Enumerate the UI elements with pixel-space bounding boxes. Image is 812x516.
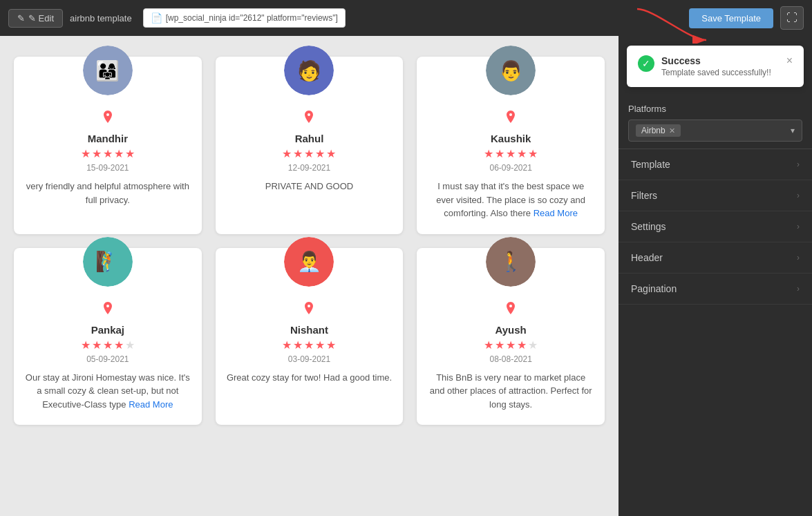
edit-label: ✎ Edit	[28, 13, 54, 23]
reviewer-name: Mandhir	[88, 133, 128, 144]
star-filled-icon: ★	[506, 147, 516, 160]
edit-icon: ✎	[17, 13, 25, 23]
review-text: I must say that it's the best space we e…	[428, 180, 594, 220]
platform-tag: Airbnb ✕	[636, 124, 681, 137]
reviewer-name: Rahul	[295, 133, 324, 144]
star-rating: ★★★★★	[282, 147, 336, 160]
review-date: 15-09-2021	[86, 163, 129, 173]
airbnb-logo-icon	[502, 300, 519, 321]
star-filled-icon: ★	[81, 338, 91, 352]
review-card: 🧑Rahul★★★★★12-09-2021PRIVATE AND GOOD	[216, 57, 404, 234]
read-more-link[interactable]: Read More	[534, 208, 578, 218]
review-date: 08-08-2021	[489, 354, 531, 364]
star-filled-icon: ★	[282, 338, 292, 352]
star-filled-icon: ★	[293, 147, 303, 160]
platform-remove-icon[interactable]: ✕	[669, 126, 675, 135]
reviewer-avatar: 👨‍💼	[284, 237, 334, 287]
success-message: Template saved successfully!!	[661, 68, 780, 77]
sidebar-menu: Template›Filters›Settings›Header›Paginat…	[619, 149, 812, 516]
shortcode-text: [wp_social_ninja id="2612" platform="rev…	[166, 13, 338, 23]
platform-dropdown[interactable]: Airbnb ✕ ▾	[628, 120, 802, 142]
sidebar-item-label: Template	[631, 159, 670, 170]
star-filled-icon: ★	[484, 338, 493, 352]
reviewer-name: Pankaj	[91, 324, 124, 336]
fullscreen-icon: ⛶	[786, 12, 797, 24]
sidebar-item-header[interactable]: Header›	[619, 242, 812, 274]
star-filled-icon: ★	[315, 147, 325, 160]
success-toast: ✓ Success Template saved successfully!! …	[627, 46, 804, 87]
airbnb-logo-icon	[100, 300, 116, 321]
review-card: 👨‍👩‍👧Mandhir★★★★★15-09-2021very friendly…	[14, 57, 202, 234]
review-date: 05-09-2021	[86, 354, 129, 364]
star-filled-icon: ★	[293, 338, 303, 352]
review-date: 03-09-2021	[288, 354, 330, 364]
review-card: 👨‍💼Nishant★★★★★03-09-2021Great cozy stay…	[216, 248, 404, 426]
reviewer-avatar: 🧑	[284, 46, 334, 95]
airbnb-logo-icon	[301, 300, 317, 321]
reviewer-name: Kaushik	[491, 133, 531, 144]
fullscreen-button[interactable]: ⛶	[780, 6, 804, 30]
star-filled-icon: ★	[528, 147, 538, 160]
platforms-section: Platforms Airbnb ✕ ▾	[619, 97, 812, 149]
success-icon: ✓	[638, 55, 654, 72]
review-grid: 👨‍👩‍👧Mandhir★★★★★15-09-2021very friendly…	[14, 57, 605, 425]
star-rating: ★★★★★	[282, 338, 336, 352]
review-text: Great cozy stay for two! Had a good time…	[227, 371, 392, 385]
star-filled-icon: ★	[103, 338, 113, 352]
star-filled-icon: ★	[495, 147, 504, 160]
star-filled-icon: ★	[326, 147, 336, 160]
review-date: 12-09-2021	[288, 163, 330, 173]
reviewer-name: Nishant	[290, 324, 328, 336]
reviewer-avatar: 👨‍👩‍👧	[83, 46, 133, 95]
review-date: 06-09-2021	[489, 163, 531, 173]
success-title: Success	[661, 55, 780, 66]
sidebar-item-label: Filters	[631, 190, 657, 201]
sidebar-item-template[interactable]: Template›	[619, 149, 812, 180]
star-filled-icon: ★	[125, 147, 135, 160]
success-content: Success Template saved successfully!!	[661, 55, 780, 77]
star-filled-icon: ★	[484, 147, 493, 160]
star-rating: ★★★★★	[484, 147, 538, 160]
sidebar-item-filters[interactable]: Filters›	[619, 180, 812, 211]
toast-close-button[interactable]: ×	[786, 55, 793, 66]
star-empty-icon: ★	[528, 338, 538, 352]
sidebar-item-label: Pagination	[631, 283, 677, 294]
star-rating: ★★★★★	[81, 147, 135, 160]
star-filled-icon: ★	[92, 338, 102, 352]
read-more-link[interactable]: Read More	[129, 399, 173, 410]
shortcode-box[interactable]: 📄 [wp_social_ninja id="2612" platform="r…	[143, 8, 346, 28]
star-rating: ★★★★★	[484, 338, 538, 352]
sidebar-item-label: Header	[631, 252, 663, 263]
review-card: 🚶Ayush★★★★★08-08-2021This BnB is very ne…	[417, 248, 605, 426]
review-text: This BnB is very near to market place an…	[428, 371, 594, 412]
airbnb-logo-icon	[100, 109, 116, 130]
topbar: ✎ ✎ Edit airbnb template 📄 [wp_social_ni…	[0, 0, 812, 36]
star-filled-icon: ★	[315, 338, 325, 352]
sidebar: ✓ Success Template saved successfully!! …	[619, 36, 812, 516]
star-filled-icon: ★	[81, 147, 91, 160]
sidebar-chevron-icon: ›	[797, 284, 800, 294]
reviewer-name: Ayush	[495, 324, 527, 336]
content-area: 👨‍👩‍👧Mandhir★★★★★15-09-2021very friendly…	[0, 36, 619, 516]
shortcode-icon: 📄	[151, 12, 162, 23]
template-name: airbnb template	[70, 13, 132, 23]
star-filled-icon: ★	[517, 338, 527, 352]
sidebar-chevron-icon: ›	[797, 222, 800, 231]
star-filled-icon: ★	[282, 147, 292, 160]
save-template-button[interactable]: Save Template	[689, 8, 773, 28]
reviewer-avatar: 🚶	[486, 237, 536, 287]
main-layout: 👨‍👩‍👧Mandhir★★★★★15-09-2021very friendly…	[0, 36, 812, 516]
sidebar-item-settings[interactable]: Settings›	[619, 211, 812, 242]
sidebar-item-pagination[interactable]: Pagination›	[619, 274, 812, 305]
platform-name: Airbnb	[641, 126, 665, 135]
sidebar-chevron-icon: ›	[797, 160, 800, 169]
airbnb-logo-icon	[502, 109, 519, 130]
star-filled-icon: ★	[103, 147, 113, 160]
star-filled-icon: ★	[326, 338, 336, 352]
reviewer-avatar: 🧗	[83, 237, 133, 287]
reviewer-avatar: 👨	[486, 46, 536, 95]
review-card: 👨Kaushik★★★★★06-09-2021I must say that i…	[417, 57, 605, 234]
star-filled-icon: ★	[114, 147, 124, 160]
edit-button[interactable]: ✎ ✎ Edit	[8, 9, 63, 28]
review-card: 🧗Pankaj★★★★★05-09-2021Our stay at Jironi…	[14, 248, 202, 426]
